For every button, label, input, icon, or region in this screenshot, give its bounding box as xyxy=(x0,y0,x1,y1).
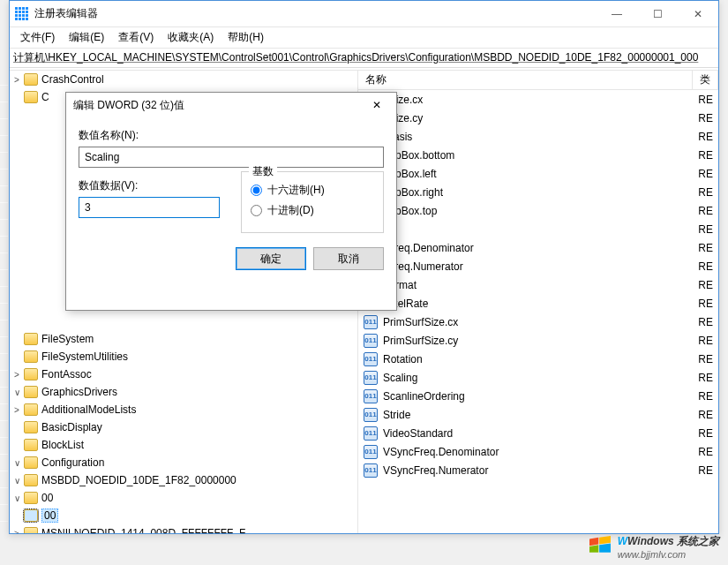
radio-dec[interactable]: 十进制(D) xyxy=(251,203,374,218)
tree-item[interactable]: ∨00 xyxy=(10,489,357,507)
list-item[interactable]: 011VSyncFreq.DenominatorRE xyxy=(358,442,718,461)
tree-item-label: MSNILNOEDID_1414_008D_FFFFFFFF_F xyxy=(41,527,245,533)
list-item[interactable]: ClipBox.rightRE xyxy=(358,183,718,201)
value-type: RE xyxy=(698,223,718,236)
list-item[interactable]: 011PixelRateRE xyxy=(358,294,718,313)
tree-item[interactable]: ∨GraphicsDrivers xyxy=(10,383,357,401)
folder-icon xyxy=(24,439,38,451)
expander-icon[interactable]: ∨ xyxy=(10,458,24,468)
value-list-panel[interactable]: 名称 类 eSize.cxREeSize.cyRErBasisREClipBox… xyxy=(358,71,718,533)
binary-value-icon: 011 xyxy=(364,445,378,459)
windows-logo-icon xyxy=(588,536,612,557)
expander-icon[interactable]: > xyxy=(10,529,24,534)
tree-item[interactable]: FileSystem xyxy=(10,330,357,348)
list-item[interactable]: 011PrimSurfSize.cxRE xyxy=(358,313,718,331)
col-name[interactable]: 名称 xyxy=(358,71,693,90)
dialog-title: 编辑 DWORD (32 位)值 xyxy=(73,98,184,113)
tree-item[interactable]: >MSNILNOEDID_1414_008D_FFFFFFFF_F xyxy=(10,524,357,533)
tree-item[interactable]: FileSystemUtilities xyxy=(10,348,357,365)
list-item[interactable]: 011VSyncFreq.NumeratorRE xyxy=(358,461,718,479)
cancel-button[interactable]: 取消 xyxy=(313,247,384,270)
folder-icon xyxy=(24,386,38,398)
value-type: RE xyxy=(698,205,718,217)
value-type: RE xyxy=(698,94,718,106)
list-item[interactable]: ClipBox.leftRE xyxy=(358,164,718,183)
list-item[interactable]: RE xyxy=(358,220,718,238)
expander-icon[interactable]: > xyxy=(10,75,24,85)
svg-marker-2 xyxy=(589,538,598,546)
expander-icon[interactable]: > xyxy=(10,370,24,380)
page-edge xyxy=(0,69,8,535)
value-name: VSyncFreq.Denominator xyxy=(383,446,499,458)
dialog-titlebar[interactable]: 编辑 DWORD (32 位)值 ✕ xyxy=(66,93,396,117)
tree-item[interactable]: BlockList xyxy=(10,436,357,454)
list-item[interactable]: 011ScanlineOrderingRE xyxy=(358,387,718,405)
value-name-field xyxy=(79,147,384,168)
list-header[interactable]: 名称 类 xyxy=(358,71,718,90)
ok-button[interactable]: 确定 xyxy=(236,247,306,270)
maximize-button[interactable]: ☐ xyxy=(637,1,678,27)
list-item[interactable]: 011VideoStandardRE xyxy=(358,424,718,442)
tree-item[interactable]: ∨Configuration xyxy=(10,454,357,471)
menu-view[interactable]: 查看(V) xyxy=(113,28,159,47)
value-name: Scaling xyxy=(383,372,417,384)
list-item[interactable]: 011RotationRE xyxy=(358,350,718,368)
list-item[interactable]: 011ScalingRE xyxy=(358,368,718,387)
tree-item[interactable]: 00 xyxy=(10,507,357,524)
list-item[interactable]: eSize.cyRE xyxy=(358,109,718,127)
list-item[interactable]: rBasisRE xyxy=(358,127,718,146)
value-data-field[interactable] xyxy=(79,197,220,218)
radio-hex-input[interactable] xyxy=(251,185,262,196)
list-item[interactable]: eSize.cxRE xyxy=(358,90,718,109)
expander-icon[interactable]: ∨ xyxy=(10,476,24,486)
address-bar[interactable]: 计算机\HKEY_LOCAL_MACHINE\SYSTEM\ControlSet… xyxy=(10,49,718,68)
minimize-button[interactable]: — xyxy=(597,1,637,27)
menu-edit[interactable]: 编辑(E) xyxy=(64,28,109,47)
list-item[interactable]: 011StrideRE xyxy=(358,405,718,424)
folder-icon xyxy=(24,492,38,504)
value-type: RE xyxy=(698,316,718,328)
window-title: 注册表编辑器 xyxy=(34,6,98,21)
radio-dec-input[interactable] xyxy=(251,205,262,216)
expander-icon[interactable]: > xyxy=(10,405,24,415)
folder-icon xyxy=(24,509,38,522)
value-type: RE xyxy=(698,372,718,384)
list-item[interactable]: 011PrimSurfSize.cyRE xyxy=(358,331,718,350)
list-item[interactable]: FormatRE xyxy=(358,275,718,294)
expander-icon[interactable]: ∨ xyxy=(10,388,24,397)
base-group: 基数 十六进制(H) 十进制(D) xyxy=(241,171,384,233)
folder-icon xyxy=(24,421,38,433)
value-name: PrimSurfSize.cy xyxy=(383,335,458,347)
value-type: RE xyxy=(698,112,718,124)
list-item[interactable]: cFreq.DenominatorRE xyxy=(358,238,718,257)
value-type: RE xyxy=(698,390,718,403)
expander-icon[interactable]: ∨ xyxy=(10,493,24,503)
list-item[interactable]: ClipBox.bottomRE xyxy=(358,146,718,164)
menu-help[interactable]: 帮助(H) xyxy=(222,28,269,47)
tree-item-label: CrashControl xyxy=(41,73,104,86)
tree-item[interactable]: >AdditionalModeLists xyxy=(10,401,357,418)
tree-item[interactable]: BasicDisplay xyxy=(10,418,357,436)
edit-dword-dialog: 编辑 DWORD (32 位)值 ✕ 数值名称(N): 数值数据(V): 基数 … xyxy=(65,92,397,311)
list-item[interactable]: cFreq.NumeratorRE xyxy=(358,257,718,275)
list-item[interactable]: ClipBox.topRE xyxy=(358,201,718,220)
menu-file[interactable]: 文件(F) xyxy=(15,28,60,47)
tree-item-label: 00 xyxy=(41,508,58,523)
tree-item[interactable]: ∨MSBDD_NOEDID_10DE_1F82_0000000 xyxy=(10,471,357,489)
titlebar[interactable]: 注册表编辑器 — ☐ ✕ xyxy=(10,1,718,27)
value-type: RE xyxy=(698,186,718,199)
tree-item[interactable]: >CrashControl xyxy=(10,71,357,88)
menu-favorites[interactable]: 收藏夹(A) xyxy=(162,28,219,47)
radio-hex[interactable]: 十六进制(H) xyxy=(251,183,374,198)
tree-item-label: FontAssoc xyxy=(41,368,92,380)
col-type[interactable]: 类 xyxy=(693,71,718,90)
tree-item-label: BlockList xyxy=(41,439,84,451)
close-button[interactable]: ✕ xyxy=(678,1,718,27)
folder-icon xyxy=(24,91,38,103)
binary-value-icon: 011 xyxy=(364,315,378,329)
value-type: RE xyxy=(698,260,718,273)
dialog-close-button[interactable]: ✕ xyxy=(364,93,389,117)
menu-bar: 文件(F) 编辑(E) 查看(V) 收藏夹(A) 帮助(H) xyxy=(10,27,718,49)
tree-item[interactable]: >FontAssoc xyxy=(10,365,357,383)
value-name: Stride xyxy=(383,409,410,421)
